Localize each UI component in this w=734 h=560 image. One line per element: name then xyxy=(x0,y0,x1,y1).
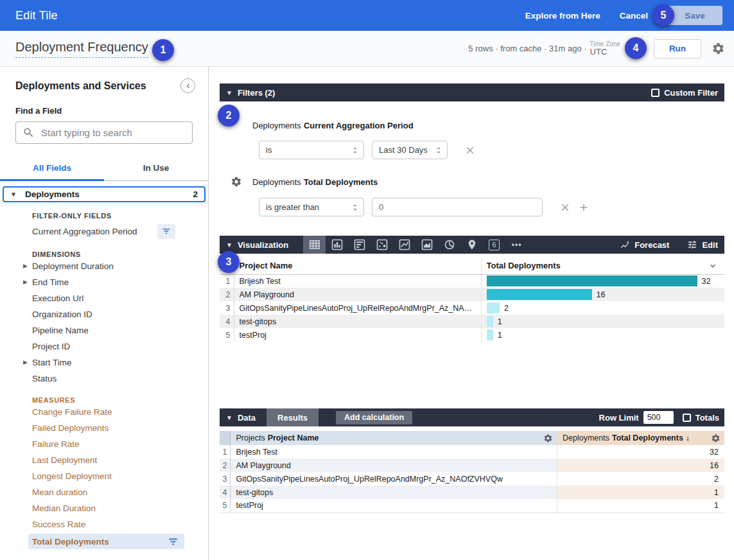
filter-by-field-button[interactable] xyxy=(157,224,175,239)
field-search-box[interactable] xyxy=(15,121,193,144)
collapse-caret-icon[interactable]: ▼ xyxy=(226,241,232,249)
value-cell[interactable]: 32 xyxy=(557,445,724,459)
explore-from-here-link[interactable]: Explore from Here xyxy=(525,11,600,21)
viz-type-area-chart-icon[interactable] xyxy=(415,236,438,254)
viz-type-map-icon[interactable] xyxy=(460,236,483,254)
data-col-project-name[interactable]: Projects Project Name xyxy=(231,433,557,443)
tab-all-fields[interactable]: All Fields xyxy=(0,157,104,180)
project-name-cell[interactable]: Brijesh Test xyxy=(230,445,557,459)
gear-icon[interactable] xyxy=(543,433,553,443)
project-name-cell[interactable]: testProj xyxy=(230,499,557,512)
value-cell[interactable]: 16 xyxy=(557,459,724,472)
filter-operator-select[interactable]: is xyxy=(259,141,364,159)
chevron-down-icon[interactable] xyxy=(708,261,718,271)
filter-value-input[interactable] xyxy=(372,198,543,216)
remove-filter-icon[interactable] xyxy=(464,144,476,156)
viz-type-bar-chart-icon[interactable] xyxy=(348,236,371,254)
viz-type-switcher: 6 ••• xyxy=(303,236,528,254)
bar-value: 16 xyxy=(597,290,606,299)
project-name-cell[interactable]: test-gitops xyxy=(230,486,557,499)
add-calculation-button[interactable]: Add calculation xyxy=(336,411,412,424)
bar xyxy=(487,302,500,313)
bar xyxy=(487,276,697,286)
forecast-button[interactable]: Forecast xyxy=(620,240,669,250)
filter-only-fields-heading: FILTER-ONLY FIELDS xyxy=(32,212,208,220)
edit-viz-button[interactable]: Edit xyxy=(687,240,718,250)
search-input[interactable] xyxy=(41,127,186,138)
measure-change-failure-rate[interactable]: Change Failure Rate xyxy=(0,404,208,420)
gear-icon[interactable] xyxy=(711,433,721,443)
filter-row-2: is greater than xyxy=(259,198,724,216)
gear-icon[interactable] xyxy=(712,42,725,55)
measure-last-deployment[interactable]: Last Deployment xyxy=(0,452,208,468)
row-number: 4 xyxy=(220,486,230,499)
tile-title[interactable]: Deployment Frequency xyxy=(15,40,148,58)
collapse-caret-icon[interactable]: ▼ xyxy=(226,89,232,96)
dimension-end-time[interactable]: ▶End Time xyxy=(0,274,208,290)
row-limit-input[interactable] xyxy=(643,411,674,424)
dimension-start-time[interactable]: ▶Start Time xyxy=(0,354,208,371)
remove-filter-icon[interactable] xyxy=(559,202,571,213)
data-panel-title: Data xyxy=(238,413,256,423)
data-row: 1 Brijesh Test 32 xyxy=(220,445,724,459)
viz-type-single-value-icon[interactable]: 6 xyxy=(483,236,505,254)
viz-type-line-chart-icon[interactable] xyxy=(393,236,415,254)
viz-col-project-name[interactable]: Project Name xyxy=(234,259,481,274)
window-title: Edit Tile xyxy=(15,9,58,22)
data-row: 3 GitOpsSanityPipeLinesAutoProj_UpRelRep… xyxy=(220,472,724,486)
viz-col-total-deployments[interactable]: Total Deployments xyxy=(487,261,561,270)
filter-icon[interactable] xyxy=(168,536,179,547)
measure-mean-duration[interactable]: Mean duration xyxy=(0,484,208,500)
dimension-deployment-duration[interactable]: ▶Deployment Duration xyxy=(0,258,208,274)
measure-total-deployments[interactable]: Total Deployments xyxy=(28,534,184,549)
row-number: 5 xyxy=(220,499,230,512)
viz-type-column-chart-icon[interactable] xyxy=(326,236,348,254)
query-status-text: 5 rows · from cache · 31m ago · xyxy=(468,44,586,53)
caret-down-icon: ▼ xyxy=(10,191,17,198)
dimension-project-id[interactable]: Project ID xyxy=(0,338,208,354)
totals-checkbox[interactable] xyxy=(683,414,691,422)
value-cell[interactable]: 1 xyxy=(557,499,724,512)
dimension-status[interactable]: Status xyxy=(0,371,208,387)
collapse-caret-icon[interactable]: ▼ xyxy=(226,414,232,421)
custom-filter-checkbox[interactable] xyxy=(651,89,660,97)
viz-type-more-icon[interactable]: ••• xyxy=(505,236,528,254)
dimension-pipeline-name[interactable]: Pipeline Name xyxy=(0,322,208,338)
value-cell[interactable]: 1 xyxy=(557,486,724,499)
filter-view-label: Deployments xyxy=(252,121,301,130)
measure-longest-deployment[interactable]: Longest Deployment xyxy=(0,468,208,484)
measure-success-rate[interactable]: Success Rate xyxy=(0,516,208,532)
view-group-deployments[interactable]: ▼ Deployments 2 xyxy=(3,186,205,202)
data-panel-header: ▼ Data Results Add calculation Row Limit… xyxy=(220,408,724,426)
run-button[interactable]: Run xyxy=(654,39,701,58)
cancel-button[interactable]: Cancel xyxy=(620,11,648,21)
timezone-block: Time Zone UTC xyxy=(590,40,620,57)
add-filter-icon[interactable] xyxy=(578,202,590,213)
tab-in-use[interactable]: In Use xyxy=(104,157,208,180)
filter-field-1: Deployments Current Aggregation Period xyxy=(252,121,724,130)
filter-operator-select[interactable]: is greater than xyxy=(259,198,364,216)
viz-type-scatter-icon[interactable] xyxy=(371,236,393,254)
dimension-execution-url[interactable]: Execution Url xyxy=(0,290,208,306)
sort-desc-indicator: ↓ xyxy=(686,433,690,442)
project-name-cell[interactable]: GitOpsSanityPipeLinesAutoProj_UpRelRepoA… xyxy=(230,472,557,486)
field-picker-sidebar: Deployments and Services Find a Field Al… xyxy=(0,67,209,560)
measure-failure-rate[interactable]: Failure Rate xyxy=(0,436,208,452)
measure-median-duration[interactable]: Median Duration xyxy=(0,500,208,516)
field-current-aggregation-period[interactable]: Current Aggregation Period xyxy=(32,223,175,239)
save-button[interactable]: Save xyxy=(667,6,722,25)
collapse-sidebar-button[interactable] xyxy=(180,78,195,93)
data-row: 2 AM Playground 16 xyxy=(220,459,724,472)
viz-type-table-icon[interactable] xyxy=(303,236,326,254)
project-name-cell[interactable]: AM Playground xyxy=(230,459,557,472)
value-cell[interactable]: 2 xyxy=(557,472,724,486)
dimension-organization-id[interactable]: Organization ID xyxy=(0,306,208,322)
gear-icon[interactable] xyxy=(231,176,242,188)
measure-failed-deployments[interactable]: Failed Deployments xyxy=(0,420,208,436)
visualization-panel-title: Visualization xyxy=(238,240,288,250)
view-group-label: Deployments xyxy=(25,189,80,199)
results-tab[interactable]: Results xyxy=(267,408,319,426)
viz-type-pie-chart-icon[interactable] xyxy=(438,236,460,254)
data-col-total-deployments[interactable]: Deployments Total Deployments ↓ xyxy=(557,433,724,443)
filter-value-select[interactable]: Last 30 Days xyxy=(372,141,448,159)
